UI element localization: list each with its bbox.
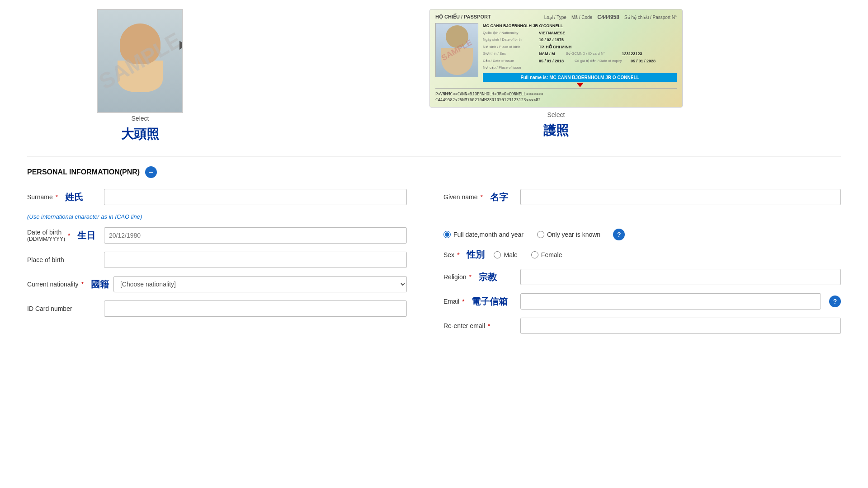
full-date-radio-item[interactable]: Full date,month and year [443,231,524,238]
passport-nationality-field: Quốc tịch / Nationality VIETNAMESE [483,30,677,37]
female-label: Female [541,251,562,258]
photo-arrow [179,41,183,50]
id-card-label-text: ID Card number [27,305,72,312]
only-year-radio-item[interactable]: Only year is known [537,231,600,238]
religion-cjk: 宗教 [479,271,497,283]
icao-note: (Use international character as in ICAO … [27,213,407,220]
form-grid: Surname* 姓氏 (Use international character… [27,189,841,342]
only-year-label: Only year is known [547,231,600,238]
id-card-input[interactable] [104,300,407,317]
personal-info-section: PERSONAL INFORMATION(PNR) − Surname* 姓氏 [27,156,841,342]
photo-section: SAMPLE Select 大頭照 [27,9,253,143]
given-name-required: * [480,193,482,201]
given-name-cjk: 名字 [490,191,508,203]
section-header: PERSONAL INFORMATION(PNR) − [27,166,841,178]
passport-sex-label: Giới tính / Sex [483,51,537,57]
dob-help-icon[interactable]: ? [613,229,625,240]
photo-box: SAMPLE [97,9,183,113]
id-card-row: ID Card number [27,300,407,317]
passport-issue-value: 05 / 01 / 2018 [539,58,564,65]
passport-sex-value: NAM / M [539,51,555,57]
section-title: PERSONAL INFORMATION(PNR) [27,168,140,176]
passport-title: 護照 [543,122,569,139]
spacer [443,213,841,229]
sex-label: Sex * 性別 [443,249,485,261]
passport-pob-value: TP. HỒ CHÍ MINH [539,44,571,51]
pob-label-text: Place of birth [27,256,64,263]
email-row: Email * 電子信箱 ? [443,293,841,310]
passport-details: MC CANN BJOERNHOLH JR O'CONNELL Quốc tịc… [483,23,677,84]
collapse-button[interactable]: − [145,166,157,178]
given-name-input[interactable] [520,189,841,205]
surname-row: Surname* 姓氏 [27,189,407,205]
surname-label: Surname* 姓氏 [27,191,99,203]
email-label-text: Email [443,298,459,305]
female-radio-item[interactable]: Female [531,251,562,258]
passport-photo-watermark: SAMPLE [436,23,478,77]
dob-format: (DD/MM/YYYY) [27,236,65,242]
passport-select-button[interactable]: Select [547,111,565,118]
passport-sex-field: Giới tính / Sex NAM / M Số GCMND / ID ca… [483,51,677,57]
passport-body: SAMPLE MC CANN BJOERNHOLH JR O'CONNELL Q… [435,23,677,84]
passport-mrz-line2: C4449582<2VNM7602104M2801050123123123<<<… [435,97,677,103]
passport-dob-value: 10 / 02 / 1976 [539,37,564,43]
male-radio-item[interactable]: Male [494,251,517,258]
sex-radio-group: Male Female [494,251,562,258]
dob-input[interactable] [104,227,407,244]
surname-cjk: 姓氏 [65,191,83,203]
top-section: SAMPLE Select 大頭照 HỘ CHIẾU / PASSPORT Lo… [27,9,841,143]
passport-nationality-label: Quốc tịch / Nationality [483,30,537,37]
dob-required: * [68,232,70,239]
passport-nationality-value: VIETNAMESE [539,30,566,37]
passport-section: HỘ CHIẾU / PASSPORT Loại / Type Mã / Cod… [271,9,841,143]
sex-cjk: 性別 [467,249,485,261]
male-radio[interactable] [494,251,501,258]
surname-required: * [56,193,58,201]
passport-expiry-value: 05 / 01 / 2028 [631,58,656,65]
dob-label: Date of birth (DD/MM/YYYY) * 生日 [27,229,99,242]
passport-pob-label: Nơi sinh / Place of birth [483,44,537,51]
passport-number: C444958 [597,14,619,20]
full-date-label: Full date,month and year [453,231,524,238]
pob-label: Place of birth [27,256,99,263]
religion-input[interactable] [520,269,841,285]
only-year-radio[interactable] [537,231,544,238]
passport-id-label: Số GCMND / ID card N° [566,51,620,57]
pob-input[interactable] [104,252,407,268]
passport-watermark-text: SAMPLE [440,38,474,63]
email-input[interactable] [520,293,821,310]
given-name-label-text: Given name [443,193,477,201]
sex-row: Sex * 性別 Male Female [443,249,841,261]
male-label: Male [504,251,517,258]
dob-type-radio-group: Full date,month and year Only year is kn… [443,231,600,238]
passport-name-value: MC CANN BJOERNHOLH JR O'CONNELL [483,23,563,29]
sex-required: * [457,251,459,258]
email-required: * [462,298,464,305]
email-help-icon[interactable]: ? [829,296,841,307]
passport-name-field: MC CANN BJOERNHOLH JR O'CONNELL [483,23,677,29]
passport-place-issue-field: Nơi cấp / Place of issue [483,65,677,70]
dob-cjk: 生日 [77,230,95,242]
passport-issue-field: Cấp / Date of issue 05 / 01 / 2018 Có gi… [483,58,677,65]
re-email-row: Re-enter email * [443,318,841,334]
pob-row: Place of birth [27,252,407,268]
passport-photo: SAMPLE [435,23,478,77]
passport-expiry-label: Có giá trị đến / Date of expiry [575,58,629,65]
nationality-select[interactable]: [Choose nationality] Vietnamese American… [113,276,407,292]
female-radio[interactable] [531,251,538,258]
re-email-required: * [488,322,490,329]
passport-mrz-line1: P<VNMMC<<CANN<BJOERNHOLH<JR<O<CONNELL<<<… [435,91,677,97]
full-date-radio[interactable] [443,231,451,238]
passport-name-highlight: Full name is: MC CANN BJOERNHOLM JR O CO… [483,73,677,82]
passport-dob-field: Ngày sinh / Date of birth 10 / 02 / 1976 [483,37,677,43]
form-left: Surname* 姓氏 (Use international character… [27,189,434,342]
photo-select-button[interactable]: Select [132,115,149,122]
dob-label-text: Date of birth [27,229,65,236]
passport-issue-label: Cấp / Date of issue [483,58,537,65]
given-name-row: Given name * 名字 [443,189,841,205]
id-card-label: ID Card number [27,305,99,312]
re-email-input[interactable] [520,318,841,334]
surname-input[interactable] [104,189,407,205]
form-right: Given name * 名字 Full date,month and year [434,189,841,342]
email-cjk: 電子信箱 [472,296,508,308]
